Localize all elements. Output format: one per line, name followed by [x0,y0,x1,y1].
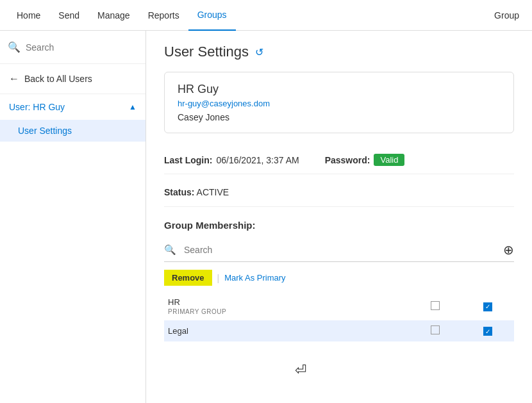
last-login-value: 06/16/2021, 3:37 AM [216,155,299,165]
refresh-icon[interactable]: ↺ [255,46,263,58]
back-label: Back to All Users [24,74,92,84]
status-label: Status: [164,187,194,197]
group-name: Legal [168,326,188,336]
remove-button[interactable]: Remove [164,270,212,286]
status-row: Status: ACTIVE [164,182,514,207]
checkbox-checked-icon: ✓ [483,327,492,336]
nav-manage[interactable]: Manage [88,0,139,31]
layout: 🔍 ← Back to All Users User: HR Guy ▲ Use… [0,31,532,403]
nav-right-label: Group [489,10,524,21]
nav-reports[interactable]: Reports [139,0,188,31]
back-arrow-icon: ← [9,73,19,85]
group-checkbox-left[interactable] [409,292,461,320]
checkbox-empty-icon [431,301,440,310]
group-search-bar: 🔍 ⊕ [164,238,514,262]
password-badge: Valid [374,154,404,166]
chevron-up-icon: ▲ [129,103,137,111]
page-title: User Settings [164,44,249,60]
nav-home[interactable]: Home [8,0,49,31]
group-table-row: HRPRIMARY GROUP✓ [164,292,514,320]
sidebar: 🔍 ← Back to All Users User: HR Guy ▲ Use… [0,31,146,403]
group-checkbox-left[interactable] [409,320,461,341]
last-login-info: Last Login: 06/16/2021, 3:37 AM [164,155,299,165]
primary-tag: PRIMARY GROUP [168,308,405,315]
password-info: Password: Valid [325,154,405,166]
user-card-email[interactable]: hr-guy@caseyjones.dom [178,99,501,108]
group-name-cell: Legal [164,320,409,341]
action-divider: | [217,273,220,283]
group-table-row: Legal✓ [164,320,514,341]
password-label: Password: [325,155,370,165]
user-card: HR Guy hr-guy@caseyjones.dom Casey Jones [164,72,514,133]
group-membership-section: Group Membership: 🔍 ⊕ Remove | Mark As P… [164,220,514,341]
sidebar-search-container: 🔍 [0,31,145,64]
add-group-button[interactable]: ⊕ [503,242,514,258]
user-header-label: User: HR Guy [9,102,65,112]
nav-send[interactable]: Send [49,0,88,31]
user-header[interactable]: User: HR Guy ▲ [0,94,145,120]
checkbox-empty-icon [431,325,440,334]
nav-groups[interactable]: Groups [188,0,236,31]
status-value: ACTIVE [197,187,229,197]
group-search-icon: 🔍 [164,244,176,256]
sidebar-item-user-settings[interactable]: User Settings [0,120,145,142]
group-table: HRPRIMARY GROUP✓Legal✓ [164,292,514,341]
info-row: Last Login: 06/16/2021, 3:37 AM Password… [164,146,514,174]
last-login-label: Last Login: [164,155,212,165]
checkbox-checked-icon: ✓ [483,302,492,311]
action-row: Remove | Mark As Primary [164,270,514,291]
group-search-input[interactable] [180,245,503,255]
group-checkbox-right[interactable]: ✓ [461,292,514,320]
search-icon: 🔍 [8,41,21,53]
back-to-all-users-button[interactable]: ← Back to All Users [0,64,145,94]
user-card-name: HR Guy [178,83,501,96]
group-checkbox-right[interactable]: ✓ [461,320,514,341]
main-content: User Settings ↺ HR Guy hr-guy@caseyjones… [146,31,532,403]
group-name-cell: HRPRIMARY GROUP [164,292,409,320]
mark-as-primary-button[interactable]: Mark As Primary [224,273,285,283]
search-input[interactable] [26,42,138,53]
top-nav: Home Send Manage Reports Groups Group [0,0,532,31]
user-card-org: Casey Jones [178,112,501,122]
group-name: HR [168,297,180,307]
user-section: User: HR Guy ▲ User Settings [0,94,145,142]
group-membership-title: Group Membership: [164,220,514,231]
page-title-container: User Settings ↺ [164,44,514,60]
